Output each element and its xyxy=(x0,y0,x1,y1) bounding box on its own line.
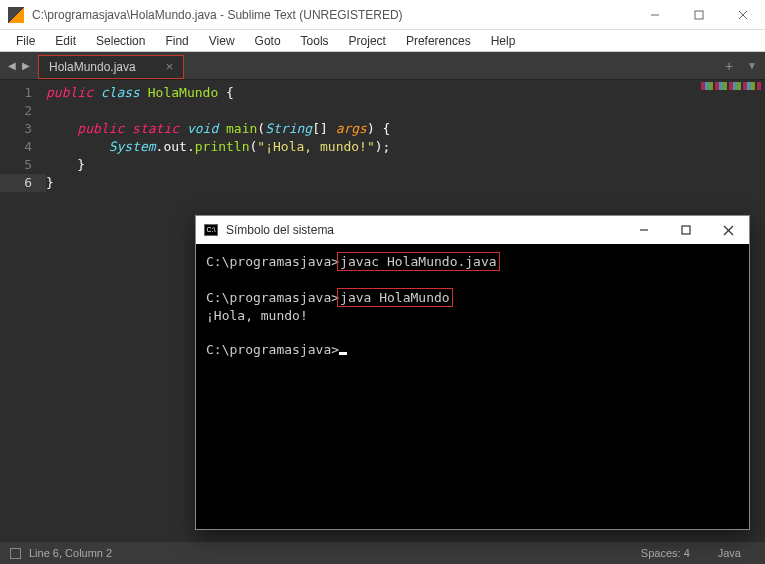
cmd-close-button[interactable] xyxy=(707,216,749,244)
kw-void: void xyxy=(187,121,218,136)
cmd-prompt: C:\programasjava> xyxy=(206,290,339,305)
cursor-position[interactable]: Line 6, Column 2 xyxy=(29,547,112,559)
menu-tools[interactable]: Tools xyxy=(291,34,339,48)
line-number: 4 xyxy=(24,139,32,154)
tab-prev-icon[interactable]: ◀ xyxy=(6,60,18,71)
cmd-icon: C:\ xyxy=(204,224,218,236)
kw-static: static xyxy=(132,121,179,136)
menu-selection[interactable]: Selection xyxy=(86,34,155,48)
minimap[interactable] xyxy=(701,82,761,90)
line-number: 3 xyxy=(24,121,32,136)
tab-add-button[interactable]: + xyxy=(719,58,739,74)
window-controls xyxy=(633,0,765,30)
line-number-current: 6 xyxy=(0,174,46,192)
app-icon xyxy=(8,7,24,23)
out: out xyxy=(163,139,186,154)
tab-dropdown-icon[interactable]: ▼ xyxy=(739,60,765,71)
cmd-maximize-button[interactable] xyxy=(665,216,707,244)
menu-goto[interactable]: Goto xyxy=(245,34,291,48)
sidebar-toggle-icon[interactable] xyxy=(10,548,21,559)
line-number: 5 xyxy=(24,157,32,172)
cmd-title: Símbolo del sistema xyxy=(226,223,623,237)
svg-rect-5 xyxy=(682,226,690,234)
tab-next-icon[interactable]: ▶ xyxy=(20,60,32,71)
titlebar: C:\programasjava\HolaMundo.java - Sublim… xyxy=(0,0,765,30)
close-button[interactable] xyxy=(721,0,765,30)
menu-find[interactable]: Find xyxy=(155,34,198,48)
brace: { xyxy=(218,85,234,100)
command-prompt-window: C:\ Símbolo del sistema C:\programasjava… xyxy=(195,215,750,530)
cmd-prompt: C:\programasjava> xyxy=(206,254,339,269)
rp: ); xyxy=(375,139,391,154)
cmd-body[interactable]: C:\programasjava>javac HolaMundo.java C:… xyxy=(196,244,749,529)
line-gutter: 1 2 3 4 5 6 xyxy=(0,80,46,542)
param-args: args xyxy=(336,121,367,136)
line-number: 2 xyxy=(24,103,32,118)
system: System xyxy=(109,139,156,154)
dot: . xyxy=(187,139,195,154)
tab-close-icon[interactable]: × xyxy=(166,59,174,74)
brace: } xyxy=(77,157,85,172)
type-string: String xyxy=(265,121,312,136)
menubar: File Edit Selection Find View Goto Tools… xyxy=(0,30,765,52)
tab-nav: ◀ ▶ xyxy=(0,60,38,71)
svg-rect-1 xyxy=(695,11,703,19)
class-name: HolaMundo xyxy=(148,85,218,100)
menu-file[interactable]: File xyxy=(6,34,45,48)
cmd-cursor xyxy=(339,352,347,355)
kw-class: class xyxy=(101,85,140,100)
brace: } xyxy=(46,175,54,190)
fn-main: main xyxy=(226,121,257,136)
kw-public: public xyxy=(77,121,124,136)
menu-help[interactable]: Help xyxy=(481,34,526,48)
tab-label: HolaMundo.java xyxy=(49,60,136,74)
cmd-highlight-javac: javac HolaMundo.java xyxy=(337,252,500,271)
cmd-output: ¡Hola, mundo! xyxy=(206,308,308,323)
menu-preferences[interactable]: Preferences xyxy=(396,34,481,48)
kw-public: public xyxy=(46,85,93,100)
indent-setting[interactable]: Spaces: 4 xyxy=(627,547,704,559)
menu-edit[interactable]: Edit xyxy=(45,34,86,48)
println: println xyxy=(195,139,250,154)
maximize-button[interactable] xyxy=(677,0,721,30)
paren: ( xyxy=(257,121,265,136)
minimize-button[interactable] xyxy=(633,0,677,30)
cmd-titlebar: C:\ Símbolo del sistema xyxy=(196,216,749,244)
menu-view[interactable]: View xyxy=(199,34,245,48)
cmd-prompt: C:\programasjava> xyxy=(206,342,339,357)
statusbar: Line 6, Column 2 Spaces: 4 Java xyxy=(0,542,765,564)
brackets: [] xyxy=(312,121,335,136)
cmd-minimize-button[interactable] xyxy=(623,216,665,244)
cmd-highlight-java: java HolaMundo xyxy=(337,288,453,307)
tab-holamundo[interactable]: HolaMundo.java × xyxy=(38,55,184,79)
string-literal: "¡Hola, mundo!" xyxy=(257,139,374,154)
menu-project[interactable]: Project xyxy=(339,34,396,48)
window-title: C:\programasjava\HolaMundo.java - Sublim… xyxy=(32,8,633,22)
syntax-setting[interactable]: Java xyxy=(704,547,755,559)
tabbar: ◀ ▶ HolaMundo.java × + ▼ xyxy=(0,52,765,80)
paren-brace: ) { xyxy=(367,121,390,136)
line-number: 1 xyxy=(24,85,32,100)
